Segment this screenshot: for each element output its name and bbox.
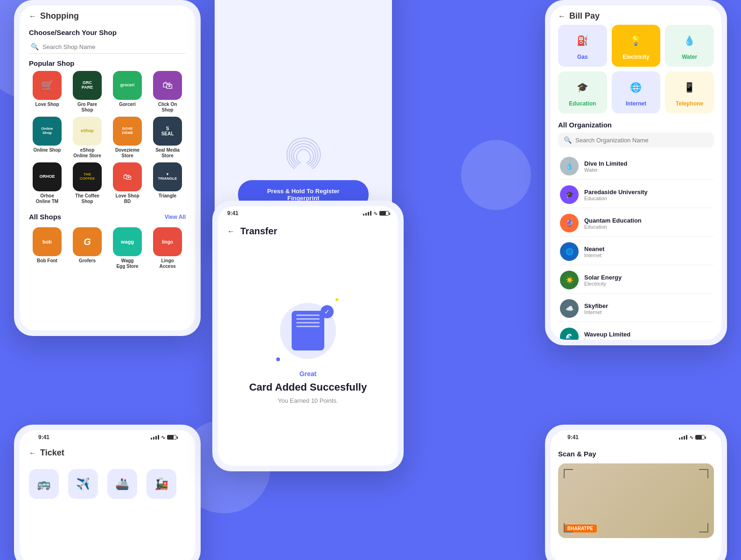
shop-icon-loveshopbd: 🛍 [113,162,142,191]
battery-icon [167,435,176,440]
list-item[interactable]: 🛍 Love ShopBD [109,162,146,204]
back-icon[interactable]: ← [227,227,235,236]
shop-name: Love ShopBD [115,193,139,204]
shop-icon-triangle: ▼TRIANGLE [153,162,182,191]
org-type: Education [584,196,712,201]
transfer-screen: 9:41 ∿ ← Transfer ✓ [212,201,404,471]
back-icon[interactable]: ← [29,449,36,457]
corner-br-icon [699,523,708,532]
shop-name: LingoAccess [159,258,175,269]
time-display: 9:41 [38,434,49,441]
list-item[interactable]: DOVEZIEME DoveziemeStore [109,117,146,159]
search-icon: 🔍 [564,136,572,144]
list-item[interactable]: SSEAL Seal MediaStore [149,117,186,159]
gas-label: Gas [577,54,588,60]
org-info: Skyfiber Internet [584,302,712,315]
org-avatar: 💧 [560,157,579,175]
list-item[interactable]: wagg WaggEgg Store [109,227,146,269]
scan-card[interactable]: BHARATPE [558,463,714,538]
success-check-icon: ✓ [321,305,334,318]
org-name: Quantam Education [584,217,712,224]
ferry-ticket-icon[interactable]: 🚢 [107,469,137,499]
billpay-header: ← Bill Pay [558,6,714,25]
category-gas[interactable]: ⛽ Gas [558,25,607,67]
train-ticket-icon[interactable]: 🚂 [147,469,176,499]
org-avatar: 🌐 [560,242,579,261]
time-display: 9:41 [227,210,238,217]
org-name: Solar Energy [584,274,712,281]
list-item[interactable]: groceri Gorceri [109,71,146,113]
success-desc: You Earned 10 Points. [278,397,338,404]
list-item[interactable]: ☁️ Skyfiber Internet [558,295,714,322]
org-search-input[interactable] [575,137,708,144]
shop-search-input[interactable] [42,43,184,50]
org-search-box[interactable]: 🔍 [558,133,714,147]
status-icons: ∿ [363,210,389,217]
list-item[interactable]: 🛒 Love Shop [29,71,65,113]
shop-icon-eshop: eShop [73,117,102,146]
battery-icon [695,435,705,440]
org-info: Paredaside University Education [584,189,712,201]
battery-icon [379,211,389,216]
list-item[interactable]: THECOFFEE The CoffeeShop [69,162,105,204]
back-icon[interactable]: ← [29,12,36,21]
scan-pay-title: Scan & Pay [558,446,714,458]
list-item[interactable]: OnlineShop Online Shop [29,117,65,159]
category-electricity[interactable]: 💡 Electricity [612,25,661,67]
shop-icon-wagg: wagg [113,227,142,256]
list-item[interactable]: ▼TRIANGLE Triangle [149,162,186,204]
org-info: Solar Energy Electricity [584,274,712,287]
category-telephone[interactable]: 📱 Telephone [665,71,714,113]
category-water[interactable]: 💧 Water [665,25,714,67]
org-avatar: ☀️ [560,271,579,289]
shop-icon-orhoe: ORHOE [33,162,62,191]
category-education[interactable]: 🎓 Education [558,71,607,113]
list-item[interactable]: ☀️ Solar Energy Electricity [558,267,714,294]
electricity-icon: 💡 [627,31,645,50]
list-item[interactable]: G Grofers [69,227,105,269]
back-icon[interactable]: ← [558,12,566,21]
wifi-icon: ∿ [161,434,165,441]
corner-bl-icon [564,523,573,532]
transfer-header: ← Transfer [218,218,398,242]
shop-icon-clickon: 🛍 [153,71,182,100]
ticket-screen: 9:41 ∿ ← Ticket 🚌 ✈️ [14,425,201,560]
list-item[interactable]: 🛍 Click OnShop [149,71,186,113]
flight-ticket-icon[interactable]: ✈️ [68,469,98,499]
success-label: Great [300,370,317,378]
scan-status-bar: 9:41 ∿ [558,430,714,442]
bus-ticket-icon[interactable]: 🚌 [29,469,59,499]
corner-tr-icon [699,469,708,478]
fingerprint-icon [285,133,322,180]
shop-search-box[interactable]: 🔍 [29,40,186,54]
wifi-icon: ∿ [373,210,377,217]
list-item[interactable]: 🌊 Waveup Limited Internet [558,324,714,340]
shop-name: Gro PareShop [77,102,97,113]
list-item[interactable]: 🌐 Neanet Internet [558,238,714,265]
list-item[interactable]: 💧 Dive In Limited Water [558,153,714,180]
org-type: Internet [584,309,712,315]
org-name: Neanet [584,245,712,252]
org-name: Waveup Limited [584,331,712,338]
org-type: Electricity [584,281,712,287]
bill-categories-grid: ⛽ Gas 💡 Electricity 💧 Water 🎓 Education [558,25,714,113]
list-item[interactable]: ORHOE OrhoeOnline TM [29,162,65,204]
shop-icon-love: 🛒 [33,71,62,100]
category-internet[interactable]: 🌐 Internet [612,71,661,113]
list-item[interactable]: lingo LingoAccess [149,227,186,269]
shop-icon-online: OnlineShop [33,117,62,146]
ticket-header: ← Ticket [29,442,186,462]
view-all-button[interactable]: View All [165,214,186,220]
list-item[interactable]: eShop eShopOnline Store [69,117,105,159]
list-item[interactable]: 🎓 Paredaside University Education [558,182,714,208]
list-item[interactable]: bob Bob Font [29,227,65,269]
wifi-icon: ∿ [689,434,693,441]
list-item[interactable]: GRCPARE Gro PareShop [69,71,105,113]
list-item[interactable]: 🔮 Quantam Education Education [558,210,714,237]
org-name: Dive In Limited [584,160,712,167]
shop-name: Online Shop [34,147,61,153]
success-illustration: ✓ [280,303,336,359]
internet-icon: 🌐 [627,78,645,97]
org-avatar: 🎓 [560,185,579,204]
corner-tl-icon [564,469,573,478]
